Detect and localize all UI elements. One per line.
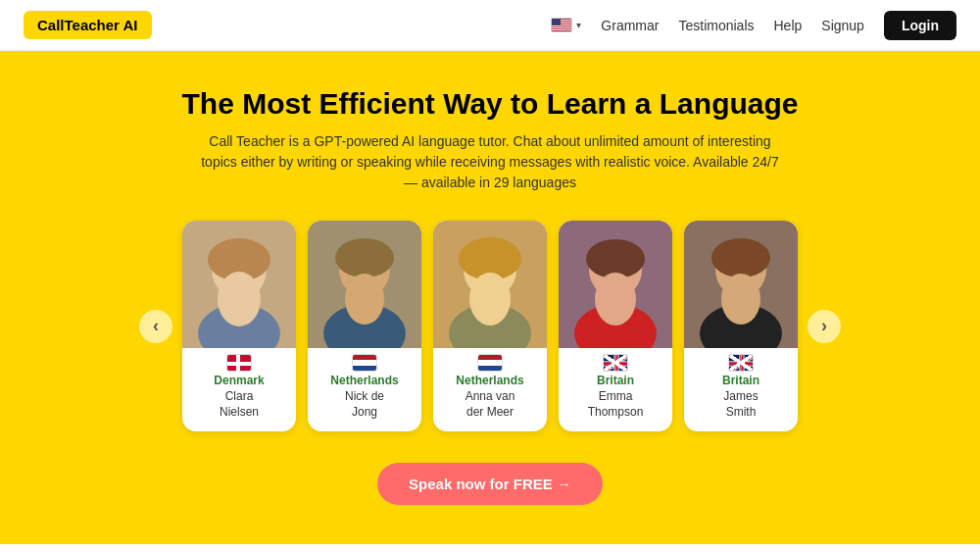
nav-testimonials[interactable]: Testimonials: [678, 18, 754, 33]
svg-rect-34: [729, 355, 754, 372]
teacher-flag-row: [559, 354, 672, 372]
teacher-country: Denmark: [182, 374, 296, 387]
svg-rect-28: [604, 362, 628, 365]
svg-point-19: [595, 273, 636, 326]
us-flag-icon: [551, 18, 572, 32]
teacher-card[interactable]: Netherlands Anna vander Meer: [433, 221, 547, 431]
svg-point-14: [469, 273, 511, 326]
hero-title: The Most Efficient Way to Learn a Langua…: [39, 86, 941, 122]
nav-grammar[interactable]: Grammar: [601, 18, 659, 33]
svg-rect-41: [740, 355, 743, 372]
teacher-avatar: [182, 221, 296, 348]
carousel-prev-button[interactable]: ‹: [139, 310, 172, 343]
teacher-avatar: [684, 221, 798, 348]
teacher-card[interactable]: Netherlands Nick deJong: [308, 221, 421, 431]
netherlands-flag-icon: [477, 354, 503, 372]
teacher-country: Netherlands: [308, 374, 421, 387]
teacher-flag-row: [433, 354, 547, 372]
teacher-name: EmmaThompson: [559, 389, 672, 420]
hero-subtitle: Call Teacher is a GPT-powered AI languag…: [196, 131, 784, 193]
teacher-card[interactable]: Denmark ClaraNielsen: [182, 221, 296, 431]
teacher-name: Nick deJong: [308, 389, 421, 420]
svg-line-23: [604, 355, 628, 372]
svg-point-33: [721, 274, 760, 325]
hero-section: The Most Efficient Way to Learn a Langua…: [0, 51, 980, 544]
svg-point-7: [335, 238, 394, 277]
teacher-avatar: [559, 221, 672, 348]
britain-flag-icon: [728, 354, 754, 372]
teacher-name: ClaraNielsen: [182, 389, 296, 420]
logo[interactable]: CallTeacher AI: [24, 11, 152, 39]
svg-rect-25: [613, 355, 618, 372]
carousel-next-button[interactable]: ›: [808, 310, 841, 343]
teacher-name: Anna vander Meer: [433, 389, 547, 420]
svg-line-38: [729, 355, 754, 372]
svg-line-35: [729, 355, 754, 372]
teacher-cards-container: Denmark ClaraNielsen Netherl: [182, 221, 798, 431]
netherlands-flag-icon: [352, 354, 377, 372]
svg-rect-40: [729, 361, 754, 366]
teacher-country: Britain: [684, 374, 798, 387]
teacher-avatar: [433, 221, 547, 348]
language-selector[interactable]: ▾: [551, 18, 581, 32]
svg-line-36: [729, 355, 754, 372]
speak-now-button[interactable]: Speak now for FREE →: [377, 463, 603, 505]
svg-rect-20: [604, 355, 628, 372]
britain-flag-icon: [603, 354, 628, 372]
teacher-country: Netherlands: [433, 374, 547, 387]
svg-line-24: [604, 355, 628, 372]
svg-point-4: [218, 272, 261, 326]
svg-line-22: [604, 355, 628, 372]
teacher-country: Britain: [559, 374, 672, 387]
svg-rect-27: [614, 355, 617, 372]
teacher-flag-row: [308, 354, 421, 372]
chevron-down-icon: ▾: [576, 20, 581, 30]
svg-rect-39: [739, 355, 744, 372]
teacher-avatar: [308, 221, 421, 348]
svg-point-9: [345, 274, 384, 325]
svg-point-31: [711, 238, 770, 277]
teacher-name: JamesSmith: [684, 389, 798, 420]
nav-right: ▾ Grammar Testimonials Help Signup Login: [551, 11, 956, 40]
teacher-flag-row: [684, 354, 798, 372]
svg-line-37: [729, 355, 754, 372]
login-button[interactable]: Login: [884, 11, 956, 40]
carousel: ‹ Denmark ClaraNielsen: [39, 221, 941, 431]
svg-line-21: [604, 355, 628, 372]
teacher-card[interactable]: Britain EmmaThompson: [559, 221, 672, 431]
navbar: CallTeacher AI ▾ Grammar Testimonials He…: [0, 0, 980, 51]
teacher-flag-row: [182, 354, 296, 372]
nav-signup[interactable]: Signup: [821, 18, 864, 33]
bottom-section: It's like having your own private langua…: [0, 544, 980, 552]
svg-rect-26: [604, 361, 628, 366]
svg-rect-42: [729, 362, 754, 365]
teacher-card[interactable]: Britain JamesSmith: [684, 221, 798, 431]
denmark-flag-icon: [226, 354, 252, 372]
nav-help[interactable]: Help: [774, 18, 803, 33]
